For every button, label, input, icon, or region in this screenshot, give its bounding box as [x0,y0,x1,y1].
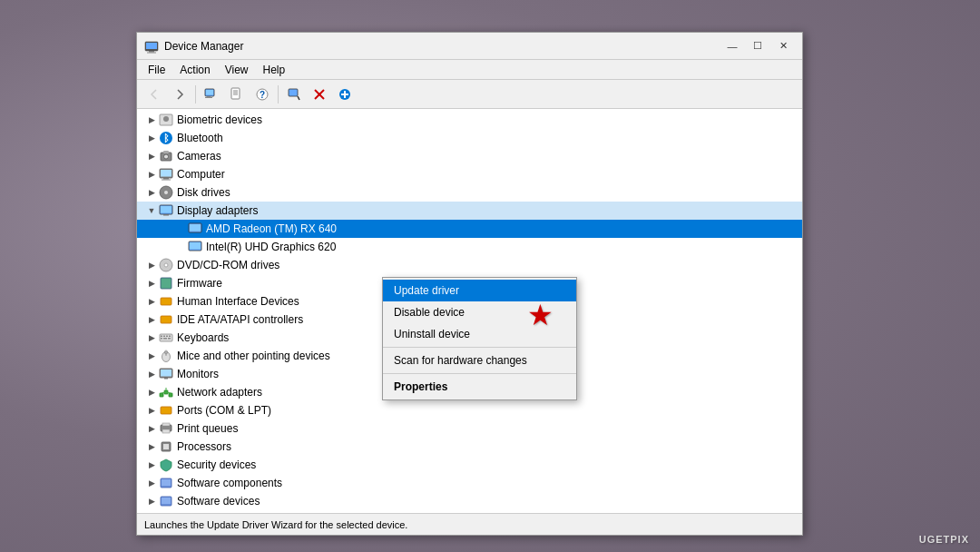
svg-rect-37 [190,224,201,232]
svg-rect-43 [161,298,172,305]
arrow-bluetooth [144,131,159,145]
icon-cameras [159,149,173,163]
tree-item-printqueues[interactable]: Print queues [137,419,802,438]
icon-bluetooth: ᛒ [159,131,173,145]
scan-toolbar-button[interactable] [282,84,306,105]
main-content: Biometric devices ᛒ Bluetooth Cameras [137,109,802,513]
remove-toolbar-button[interactable] [308,84,331,105]
icon-firmware [159,276,173,291]
arrow-monitors [144,367,159,381]
label-displayadapters: Display adapters [177,202,258,220]
forward-button[interactable] [168,84,191,105]
svg-rect-5 [206,90,213,95]
svg-rect-14 [289,89,298,96]
label-printqueues: Print queues [177,419,238,438]
tree-item-inteluhd[interactable]: Intel(R) UHD Graphics 620 [137,238,802,256]
svg-rect-58 [164,378,168,380]
label-softwaredevices: Software devices [177,492,260,510]
menu-action[interactable]: Action [172,62,217,78]
title-bar-controls: — ☐ ✕ [720,36,795,56]
label-cameras: Cameras [177,147,221,165]
svg-rect-47 [163,336,165,338]
svg-rect-29 [163,178,169,180]
ctx-sep-2 [383,373,576,374]
help-toolbar-button[interactable]: ? [250,84,274,105]
arrow-humaninterface [144,294,159,309]
tree-item-softwarecomponents[interactable]: Software components [137,474,802,492]
add-toolbar-button[interactable] [333,84,357,105]
svg-text:ᛒ: ᛒ [163,133,170,143]
ctx-properties[interactable]: Properties [383,376,576,398]
tree-item-dvdcdrom[interactable]: DVD/CD-ROM drives [137,256,802,274]
svg-rect-7 [205,97,212,98]
label-amdradeon: AMD Radeon (TM) RX 640 [206,220,337,238]
tree-item-soundvideo[interactable]: Sound, video and game controllers [137,510,802,513]
window-icon [144,39,159,54]
tree-item-processors[interactable]: Processors [137,438,802,456]
label-ports: Ports (COM & LPT) [177,401,271,419]
svg-rect-46 [161,336,162,338]
tree-item-ports[interactable]: Ports (COM & LPT) [137,401,802,419]
svg-point-21 [163,116,169,122]
svg-rect-49 [169,336,171,338]
showhide-button[interactable] [200,84,223,105]
tree-item-softwaredevices[interactable]: Software devices [137,492,802,510]
menu-file[interactable]: File [141,62,172,78]
label-miceother: Mice and other pointing devices [177,347,330,365]
svg-rect-59 [160,393,163,397]
arrow-softwarecomponents [144,476,159,490]
icon-soundvideo [159,512,173,513]
tree-item-bluetooth[interactable]: ᛒ Bluetooth [137,129,802,147]
icon-networkadapters [159,385,173,399]
label-dvdcdrom: DVD/CD-ROM drives [177,256,279,274]
arrow-securitydevices [144,458,159,472]
svg-rect-6 [207,96,211,97]
menu-view[interactable]: View [218,62,256,78]
svg-rect-35 [163,214,169,216]
icon-inteluhd [188,240,202,254]
label-keyboards: Keyboards [177,329,229,347]
svg-rect-26 [163,151,169,153]
tree-item-displayadapters[interactable]: Display adapters [137,202,802,220]
ctx-disable-device[interactable]: Disable device [383,301,576,323]
label-humaninterface: Human Interface Devices [177,292,299,310]
close-button[interactable]: ✕ [771,36,795,56]
ctx-update-driver[interactable]: Update driver [383,280,576,301]
svg-text:?: ? [260,90,265,100]
icon-keyboards [159,330,173,345]
arrow-firmware [144,276,159,291]
tree-item-amdradeon[interactable]: AMD Radeon (TM) RX 640 [137,220,802,238]
svg-rect-50 [161,338,162,340]
ctx-uninstall-device[interactable]: Uninstall device [383,323,576,345]
arrow-computer [144,167,159,182]
arrow-dvdcdrom [144,258,159,272]
ctx-scan-hardware[interactable]: Scan for hardware changes [383,350,576,371]
svg-rect-44 [161,316,172,323]
svg-rect-65 [161,407,172,414]
tree-item-cameras[interactable]: Cameras [137,147,802,165]
svg-rect-52 [168,338,171,340]
icon-printqueues [159,421,173,436]
icon-diskdrives [159,185,173,200]
svg-rect-68 [162,429,170,433]
tree-item-computer[interactable]: Computer [137,165,802,183]
tree-item-securitydevices[interactable]: Security devices [137,456,802,474]
device-manager-window: Device Manager — ☐ ✕ File Action View He… [136,32,803,536]
back-button[interactable] [142,84,166,105]
ctx-update-driver-label: Update driver [394,284,459,297]
label-processors: Processors [177,438,231,456]
arrow-keyboards [144,330,159,345]
minimize-button[interactable]: — [720,36,744,56]
tree-item-biometric[interactable]: Biometric devices [137,111,802,129]
arrow-ports [144,403,159,418]
window-title: Device Manager [164,40,720,53]
ctx-sep-1 [383,347,576,348]
title-bar: Device Manager — ☐ ✕ [137,33,802,60]
maximize-button[interactable]: ☐ [746,36,769,56]
arrow-cameras [144,149,159,163]
svg-rect-70 [163,444,169,449]
menu-help[interactable]: Help [256,62,293,78]
tree-item-diskdrives[interactable]: Disk drives [137,183,802,202]
properties-toolbar-button[interactable] [225,84,249,105]
arrow-softwaredevices [144,494,159,508]
